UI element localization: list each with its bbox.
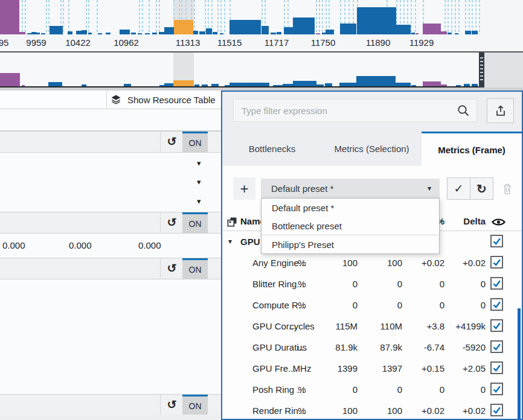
metric-unit: % <box>285 384 319 395</box>
undo-glyph: ↺ <box>167 215 177 229</box>
preset-option-bottleneck[interactable]: Bottleneck preset <box>262 217 439 235</box>
visibility-checkbox[interactable] <box>490 383 503 395</box>
metric-delta: +2.05 <box>440 363 486 374</box>
preset-selected-label: Default preset * <box>271 183 333 194</box>
search-icon[interactable] <box>457 104 470 117</box>
timeline-histogram-minimap[interactable] <box>0 52 479 88</box>
metric-row[interactable]: Posh Ring ...%0000 <box>222 379 522 400</box>
tab-metrics-selection[interactable]: Metrics (Selection) <box>322 132 422 166</box>
visibility-checkbox[interactable] <box>490 298 503 311</box>
metric-row[interactable]: GPU Fre...MHz13991397+0.15+2.05 <box>222 358 522 379</box>
refresh-icon: ↻ <box>476 182 487 196</box>
undo-icon[interactable]: ↺ <box>160 132 183 151</box>
metric-name: GPU <box>240 237 260 247</box>
delete-preset-button[interactable] <box>500 182 515 196</box>
histogram-bar <box>120 30 130 34</box>
tab-metrics-frame[interactable]: Metrics (Frame) <box>422 132 522 166</box>
track-on-toggle-1[interactable]: ON <box>182 132 208 152</box>
expander-caret-1[interactable]: ▾ <box>197 159 201 167</box>
metric-delta: +4199k <box>440 321 486 331</box>
visibility-checkbox[interactable] <box>490 256 503 269</box>
frame-marker-dash <box>224 0 225 34</box>
vertical-scrollbar-thumb[interactable] <box>518 308 521 420</box>
metric-row[interactable]: Any Engine...%100100+0.02+0.02 <box>222 252 522 273</box>
eye-icon[interactable] <box>492 217 505 227</box>
apply-preset-button[interactable]: ✓ <box>448 178 470 199</box>
export-button[interactable] <box>487 98 514 123</box>
visibility-checkbox[interactable] <box>490 235 503 247</box>
visibility-checkbox[interactable] <box>490 404 503 416</box>
left-tracks-panel: Show Resource Table ↺ ON ▾ ▾ ▾ ↺ ON 0.00… <box>0 91 221 420</box>
frame-marker-dash <box>479 0 480 34</box>
show-resource-table-button[interactable]: Show Resource Table <box>110 91 216 109</box>
preset-option-philipps[interactable]: Philipp's Preset <box>262 235 439 253</box>
frame-marker-dash <box>194 0 195 34</box>
pages-icon[interactable] <box>226 216 238 228</box>
metric-unit: MHz <box>285 363 319 374</box>
track-on-toggle-4[interactable]: ON <box>182 395 208 415</box>
histogram-bar <box>82 30 87 34</box>
metric-value-2: 1397 <box>364 363 402 374</box>
metric-delta: +0.02 <box>440 406 486 416</box>
track-on-toggle-2[interactable]: ON <box>182 212 208 233</box>
preset-option-default[interactable]: Default preset * <box>262 199 439 217</box>
metrics-tab-bar: Bottlenecks Metrics (Selection) Metrics … <box>222 132 522 166</box>
tab-bottlenecks[interactable]: Bottlenecks <box>222 132 322 166</box>
metric-percent: +0.02 <box>403 406 444 416</box>
visibility-checkbox[interactable] <box>490 319 503 332</box>
histogram-bar <box>124 84 131 86</box>
metric-row[interactable]: GPU Durati...us81.9k87.9k-6.74-5920 <box>222 337 522 358</box>
metric-unit: % <box>285 258 319 268</box>
metric-value-2: 100 <box>364 258 402 268</box>
metric-row[interactable]: Render Rin...%100100+0.02+0.02 <box>222 400 522 420</box>
visibility-checkbox[interactable] <box>490 277 503 290</box>
metric-value-2: 87.9k <box>364 342 402 352</box>
frame-marker-dash <box>475 0 476 34</box>
preset-select[interactable]: Default preset * ▾ <box>261 179 440 199</box>
metric-row[interactable]: Compute R...%0000 <box>222 294 522 316</box>
header-delta[interactable]: Delta <box>440 216 486 226</box>
histogram-bar <box>396 25 411 34</box>
metric-value-2: 100 <box>364 406 402 416</box>
frame-marker-dash <box>25 0 26 34</box>
undo-icon[interactable]: ↺ <box>160 395 183 415</box>
metric-row[interactable]: GPU Cor...cycles115M110M+3.8+4199k <box>222 316 522 337</box>
frame-marker-dash <box>444 0 446 34</box>
visibility-checkbox[interactable] <box>490 340 503 353</box>
gpu-profiler-window: 9599591042210962113131151511717117501189… <box>0 0 523 420</box>
vertical-splitter-handle[interactable] <box>479 52 484 88</box>
metric-value-2: 0 <box>364 300 402 310</box>
undo-icon[interactable]: ↺ <box>160 212 183 232</box>
on-label: ON <box>189 265 202 275</box>
expander-caret-3[interactable]: ▾ <box>197 197 201 205</box>
histogram-bar <box>173 80 194 86</box>
expander-caret-2[interactable]: ▾ <box>197 178 201 186</box>
undo-glyph: ↺ <box>167 135 177 148</box>
frame-marker-dash <box>159 0 160 34</box>
track-value-3: 0.000 <box>138 240 161 250</box>
metric-unit: % <box>285 300 319 310</box>
undo-icon[interactable]: ↺ <box>160 258 183 278</box>
timeline-histogram-main[interactable] <box>0 0 481 34</box>
histogram-bar <box>284 27 293 34</box>
add-preset-button[interactable]: + <box>233 177 255 200</box>
metric-unit: % <box>285 406 319 416</box>
frame-marker-dash <box>22 0 23 34</box>
frame-marker-dash <box>68 0 69 34</box>
axis-tick-label: 10962 <box>114 37 139 48</box>
visibility-checkbox[interactable] <box>490 361 503 374</box>
histogram-bar <box>0 73 20 86</box>
track-on-toggle-3[interactable]: ON <box>182 258 208 279</box>
export-icon <box>494 104 507 118</box>
histogram-bar <box>441 84 447 86</box>
histogram-bar <box>164 83 174 86</box>
metric-row[interactable]: Blitter Ring...%0000 <box>222 273 522 294</box>
caret-down-icon[interactable]: ▾ <box>228 238 232 245</box>
filter-input[interactable] <box>233 99 477 122</box>
revert-preset-button[interactable]: ↻ <box>470 178 493 199</box>
divider <box>106 91 107 109</box>
frame-marker-dash <box>86 0 87 34</box>
frame-marker-dash <box>465 0 466 34</box>
histogram-bar <box>225 85 229 86</box>
track-header-row-1: ↺ ON <box>0 131 221 153</box>
